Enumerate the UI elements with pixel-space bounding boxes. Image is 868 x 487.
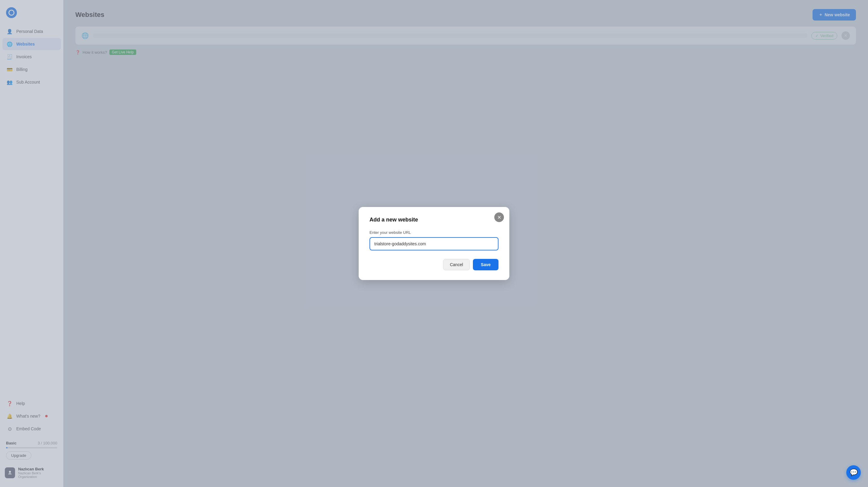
modal-overlay: Add a new website ✕ Enter your website U…: [0, 0, 868, 487]
save-button[interactable]: Save: [473, 259, 498, 270]
modal-close-button[interactable]: ✕: [494, 212, 504, 222]
modal-actions: Cancel Save: [370, 259, 498, 270]
chat-widget-button[interactable]: 💬: [846, 465, 861, 480]
url-input-label: Enter your website URL: [370, 230, 498, 235]
chat-icon: 💬: [849, 468, 858, 477]
modal-title: Add a new website: [370, 217, 498, 223]
cancel-button[interactable]: Cancel: [443, 259, 470, 270]
add-website-modal: Add a new website ✕ Enter your website U…: [359, 207, 509, 280]
website-url-input[interactable]: [370, 237, 498, 251]
